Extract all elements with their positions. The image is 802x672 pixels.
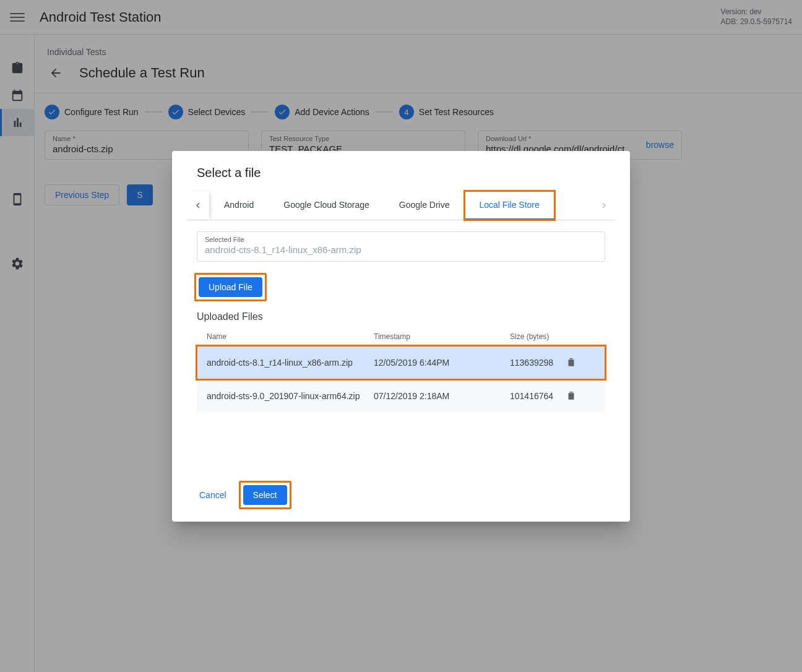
tab-local-file-store[interactable]: Local File Store [465, 191, 554, 220]
uploaded-files-title: Uploaded Files [197, 311, 615, 322]
cell-size: 101416764 [510, 391, 566, 401]
dialog-actions: Cancel Select [194, 481, 615, 509]
table-row[interactable]: android-sts-9.0_201907-linux-arm64.zip 0… [197, 379, 605, 413]
cancel-button[interactable]: Cancel [194, 485, 231, 505]
cell-timestamp: 12/05/2019 6:44PM [374, 358, 510, 368]
tab-android[interactable]: Android [209, 191, 269, 220]
tabs-row: Android Google Cloud Storage Google Driv… [187, 191, 615, 220]
table-header: Name Timestamp Size (bytes) [197, 327, 605, 346]
upload-wrap: Upload File [194, 273, 615, 301]
col-size: Size (bytes) [510, 332, 566, 341]
tab-gdrive[interactable]: Google Drive [384, 191, 465, 220]
dialog-title: Select a file [187, 166, 615, 180]
col-name: Name [207, 332, 374, 341]
field-value: android-cts-8.1_r14-linux_x86-arm.zip [205, 244, 597, 255]
table-row[interactable]: android-cts-8.1_r14-linux_x86-arm.zip 12… [197, 346, 605, 379]
selected-file-field[interactable]: Selected File android-cts-8.1_r14-linux_… [197, 231, 605, 262]
chevron-left-icon[interactable] [187, 191, 209, 220]
delete-icon[interactable] [566, 390, 584, 403]
tabs-scroll: Android Google Cloud Storage Google Driv… [209, 191, 593, 220]
select-file-dialog: Select a file Android Google Cloud Stora… [172, 151, 630, 522]
col-timestamp: Timestamp [374, 332, 510, 341]
upload-file-button[interactable]: Upload File [199, 277, 262, 297]
tab-gcs[interactable]: Google Cloud Storage [269, 191, 384, 220]
cell-name: android-cts-8.1_r14-linux_x86-arm.zip [207, 358, 374, 368]
cell-size: 113639298 [510, 358, 566, 368]
field-label: Selected File [205, 236, 597, 243]
select-button[interactable]: Select [243, 485, 287, 505]
cell-name: android-sts-9.0_201907-linux-arm64.zip [207, 391, 374, 401]
chevron-right-icon[interactable] [593, 191, 615, 220]
delete-icon[interactable] [566, 356, 584, 369]
cell-timestamp: 07/12/2019 2:18AM [374, 391, 510, 401]
files-table: Name Timestamp Size (bytes) android-cts-… [197, 327, 605, 413]
modal-backdrop[interactable]: Select a file Android Google Cloud Stora… [0, 0, 802, 672]
